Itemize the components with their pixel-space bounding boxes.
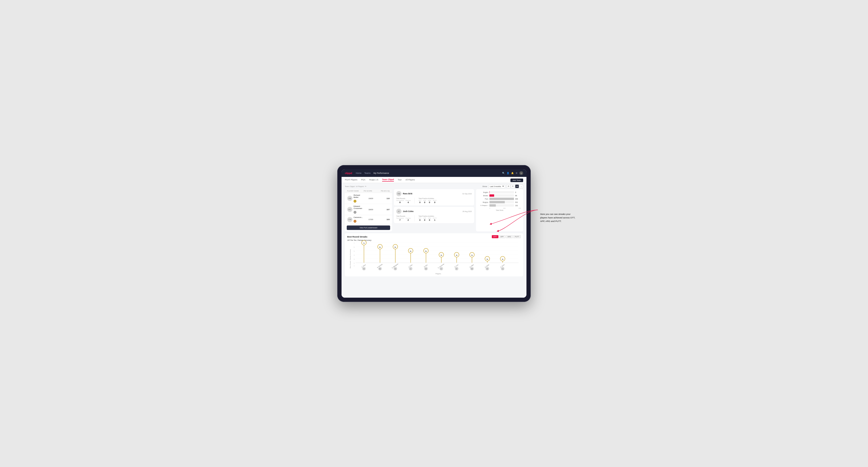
score-1: 19/20 [364, 197, 378, 199]
svg-text:RB: RB [487, 268, 489, 270]
team-header: Team Clippd 14 Players ✏ Show Last 3 mon… [342, 183, 526, 189]
user-icon[interactable]: 👤 [507, 172, 509, 174]
svg-text:5x: 5x [410, 250, 412, 252]
add-team-button[interactable]: Add Team [510, 179, 523, 182]
card-name-1: Rees Britt [403, 192, 461, 195]
add-team-container: Add Team [510, 178, 523, 182]
search-icon[interactable]: 🔍 [502, 172, 505, 174]
svg-text:6x: 6x [395, 247, 396, 248]
svg-text:RB: RB [425, 268, 427, 270]
avatar-3: CM [347, 217, 352, 222]
score-2: 18/20 [364, 209, 378, 211]
player-card-1: RB Rees Britt 02 Sep 2023 Total Rounds T… [394, 189, 474, 206]
filter-button[interactable]: ↕ [519, 184, 523, 188]
bar-container-bogeys [489, 201, 514, 203]
bell-icon[interactable]: 🔔 [511, 172, 514, 174]
subnav-tour[interactable]: Tour [398, 179, 402, 181]
player-info-1: RB Richard Butler 1 [347, 194, 364, 203]
avg-1: 110 [378, 197, 390, 199]
annotation-text: Here you can see streaks your players ha… [540, 212, 578, 223]
view-icons: ⊞ ☰ ▤ ↕ [507, 184, 523, 188]
tab-app[interactable]: APP [499, 235, 505, 238]
avatar-1: RB [347, 196, 352, 201]
rank-badge-3: 3 [353, 220, 356, 223]
stat-separator-2 [414, 215, 415, 221]
tab-ott[interactable]: OTT [492, 235, 498, 238]
player-info-2: EC Edward Crossman 2 [347, 205, 364, 214]
tournament-val-1: 8 [396, 201, 404, 204]
nav-icons: 🔍 👤 🔔 ⚙ U [502, 171, 523, 175]
svg-text:3x: 3x [502, 258, 503, 260]
svg-text:6x: 6x [379, 247, 381, 248]
y-axis-label: Best Streak, Fairway Accuracy [349, 249, 351, 268]
nav-teams[interactable]: Teams [365, 172, 371, 175]
annotation-arrow [488, 205, 540, 234]
subnav-hcaps[interactable]: Hcaps 1-5 [369, 179, 378, 181]
col-player-header: PLAYER NAME [347, 190, 364, 192]
show-label: Show [483, 185, 487, 187]
bar-fill-bogeys [489, 201, 505, 203]
table-row[interactable]: EC Edward Crossman 2 18/20 107 [345, 204, 392, 215]
bar-value-pars: 499 [515, 198, 521, 200]
bar-pars: Pars 499 [478, 198, 521, 200]
settings-icon[interactable]: ⚙ [516, 172, 518, 174]
bar-label-bogeys: Bogeys [478, 201, 488, 203]
player-count: 14 Players [356, 185, 364, 187]
player-card-2: JC Josh Coles 26 Aug 2023 Total Rounds T… [394, 207, 474, 223]
streak-chart-svg: 7 6 5 4 3 2 1 7x E. Ebert [356, 243, 519, 271]
subnav-team-clippd[interactable]: Team Clippd [382, 178, 394, 182]
svg-text:EC: EC [441, 268, 442, 270]
nav-home[interactable]: Home [356, 172, 362, 175]
bar-label-eagles: Eagles [478, 191, 488, 193]
ott-val-1: 0 [418, 201, 421, 204]
user-avatar[interactable]: U [519, 171, 523, 175]
svg-text:4: 4 [354, 254, 355, 256]
subnav-pgat[interactable]: PGAT Players [345, 179, 357, 181]
nav-my-performance[interactable]: My Performance [373, 172, 389, 175]
period-select[interactable]: Last 3 months [489, 185, 505, 188]
streaks-tabs: OTT APP ARG PUTT [492, 235, 521, 238]
subnav-pga[interactable]: PGA [361, 179, 365, 181]
sub-nav: PGAT Players PGA Hcaps 1-5 Team Clippd T… [342, 177, 526, 183]
practice-val-2: 2 [406, 219, 411, 221]
streak-chart-container: Best Streak, Fairway Accuracy 7 6 5 [347, 243, 521, 275]
tab-putt[interactable]: PUTT [513, 235, 521, 238]
bar-value-bogeys: 311 [515, 201, 521, 203]
view-full-leaderboard-button[interactable]: View Full Leaderboard [347, 225, 390, 230]
rank-badge-2: 2 [353, 211, 356, 214]
streaks-title: Best Round Streaks [347, 236, 368, 238]
svg-text:2: 2 [354, 262, 355, 264]
card-header-2: JC Josh Coles 26 Aug 2023 [396, 209, 472, 214]
card-avatar-2: JC [396, 209, 401, 214]
bar-value-birdies: 96 [515, 195, 521, 196]
tab-arg[interactable]: ARG [506, 235, 513, 238]
subnav-all-players[interactable]: All Players [405, 179, 415, 181]
card-view-button[interactable]: ▤ [515, 184, 519, 188]
avg-2: 107 [378, 209, 390, 211]
putt-val-1: 0 [433, 201, 437, 204]
bar-fill-eagles [489, 191, 490, 193]
bar-label-double: D. Bogeys + [478, 205, 488, 206]
bar-label-birdies: Birdies [478, 195, 488, 196]
streaks-header: Best Round Streaks OTT APP ARG PUTT [347, 235, 521, 238]
navbar: clippd Home Teams My Performance 🔍 👤 🔔 ⚙… [342, 169, 526, 177]
edit-icon[interactable]: ✏ [365, 185, 367, 187]
stat-separator-1 [414, 198, 415, 204]
grid-view-button[interactable]: ⊞ [507, 184, 510, 188]
player-name-col-1: Richard Butler 1 [353, 194, 364, 203]
player-cards-panel: RB Rees Britt 02 Sep 2023 Total Rounds T… [394, 189, 474, 231]
table-row[interactable]: RB Richard Butler 1 19/20 110 [345, 193, 392, 204]
svg-text:CQ: CQ [502, 268, 503, 270]
tablet-frame: clippd Home Teams My Performance 🔍 👤 🔔 ⚙… [337, 165, 531, 302]
stat-practice-1: Total Practice Activities OTT 0 APP 0 [418, 198, 437, 204]
avatar-2: EC [347, 207, 352, 212]
team-title: Team Clippd 14 Players ✏ [345, 185, 367, 187]
list-view-button[interactable]: ☰ [511, 184, 515, 188]
streaks-subtitle: Off The Tee, Fairway Accuracy [347, 239, 521, 241]
stat-practice-2: Total Practice Activities OTT 0 APP 0 [418, 215, 437, 221]
svg-text:3x: 3x [487, 258, 488, 260]
bar-label-pars: Pars [478, 198, 488, 200]
stat-rounds-1: Total Rounds Tournament 8 Practice 4 [396, 198, 411, 204]
table-row[interactable]: CM Cameron... 3 17/20 103 [345, 215, 392, 224]
svg-text:7x: 7x [363, 243, 365, 244]
